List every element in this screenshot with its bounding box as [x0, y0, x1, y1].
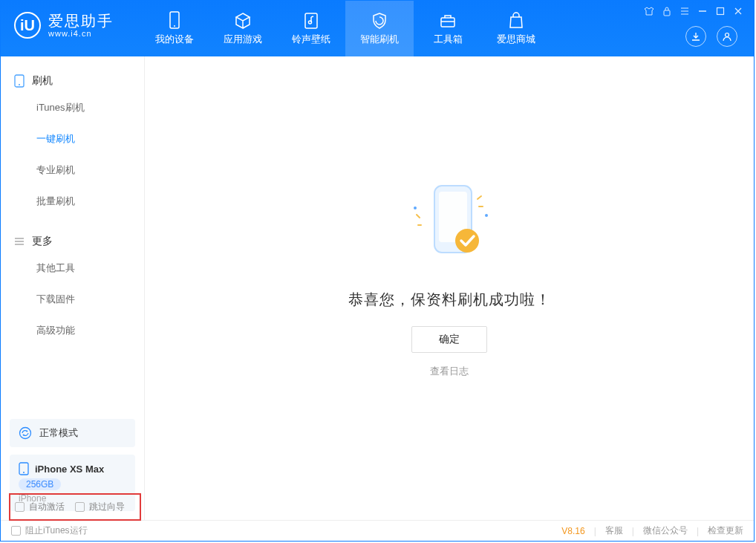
device-icon	[166, 12, 183, 30]
device-storage: 256GB	[19, 478, 61, 490]
sidebar-item-pro-flash[interactable]: 专业刷机	[36, 155, 144, 186]
tab-label: 智能刷机	[360, 33, 399, 46]
svg-point-3	[309, 21, 312, 24]
sidebar-item-itunes-flash[interactable]: iTunes刷机	[36, 92, 144, 123]
sidebar-item-other-tools[interactable]: 其他工具	[36, 253, 144, 284]
customer-service-link[interactable]: 客服	[605, 524, 623, 537]
mode-label: 正常模式	[39, 426, 78, 440]
svg-rect-6	[717, 8, 724, 15]
statusbar: 阻止iTunes运行 V8.16 | 客服 | 微信公众号 | 检查更新	[1, 520, 754, 541]
sidebar-item-download-firmware[interactable]: 下载固件	[36, 284, 144, 315]
body: 刷机 iTunes刷机 一键刷机 专业刷机 批量刷机 更多 其他工具 下载固件	[1, 56, 754, 520]
tab-apps-games[interactable]: 应用游戏	[209, 1, 277, 56]
flash-options-highlight: 自动激活 跳过向导	[9, 493, 141, 520]
lock-icon[interactable]	[659, 4, 675, 19]
sidebar-group-more: 更多 其他工具 下载固件 高级功能	[1, 217, 144, 346]
tab-store[interactable]: 爱思商城	[482, 1, 550, 56]
tab-label: 应用游戏	[224, 33, 262, 46]
sidebar-group-flash: 刷机 iTunes刷机 一键刷机 专业刷机 批量刷机	[1, 56, 144, 217]
svg-point-10	[20, 428, 31, 439]
device-mode[interactable]: 正常模式	[10, 419, 135, 447]
checkbox-label: 自动激活	[29, 501, 65, 513]
svg-point-17	[455, 229, 479, 253]
checkbox-label: 跳过向导	[89, 501, 125, 513]
version-label: V8.16	[561, 526, 584, 536]
checkbox-label: 阻止iTunes运行	[25, 524, 88, 537]
device-name: iPhone XS Max	[35, 464, 104, 475]
cube-icon	[234, 12, 252, 30]
sync-icon	[19, 426, 32, 440]
success-title: 恭喜您，保资料刷机成功啦！	[348, 290, 551, 310]
view-log-link[interactable]: 查看日志	[430, 365, 469, 378]
minimize-button[interactable]	[694, 4, 711, 19]
phone-success-icon	[390, 177, 509, 273]
list-icon	[14, 236, 25, 247]
svg-point-13	[414, 207, 417, 209]
wechat-link[interactable]: 微信公众号	[643, 524, 688, 537]
menu-icon[interactable]	[677, 4, 693, 19]
ok-button[interactable]: 确定	[411, 326, 487, 353]
svg-rect-4	[441, 18, 454, 27]
phone-icon	[14, 74, 25, 88]
logo: iU 爱思助手 www.i4.cn	[1, 1, 127, 39]
svg-point-12	[23, 472, 25, 473]
window-controls	[641, 1, 749, 19]
sidebar-header-flash[interactable]: 刷机	[1, 70, 144, 92]
titlebar: iU 爱思助手 www.i4.cn 我的设备 应用游戏	[1, 1, 754, 56]
tab-toolbox[interactable]: 工具箱	[414, 1, 482, 56]
phone-icon	[19, 462, 29, 475]
app-subtitle: www.i4.cn	[48, 29, 114, 38]
svg-point-16	[485, 214, 488, 217]
checkbox-block-itunes[interactable]: 阻止iTunes运行	[11, 524, 88, 537]
checkbox-icon	[11, 526, 21, 536]
svg-rect-5	[664, 10, 670, 16]
tab-label: 铃声壁纸	[292, 33, 330, 46]
sidebar-header-more[interactable]: 更多	[1, 230, 144, 253]
svg-point-1	[174, 25, 175, 27]
nav-tabs: 我的设备 应用游戏 铃声壁纸 智能刷机	[140, 1, 550, 56]
close-button[interactable]	[730, 4, 746, 19]
checkbox-icon	[15, 502, 25, 512]
shirt-icon[interactable]	[641, 4, 657, 19]
tab-my-device[interactable]: 我的设备	[140, 1, 209, 56]
checkbox-skip-guide[interactable]: 跳过向导	[75, 501, 125, 513]
check-update-link[interactable]: 检查更新	[708, 524, 743, 537]
sidebar: 刷机 iTunes刷机 一键刷机 专业刷机 批量刷机 更多 其他工具 下载固件	[1, 56, 145, 520]
main: 恭喜您，保资料刷机成功啦！ 确定 查看日志	[145, 56, 754, 520]
download-button[interactable]	[685, 26, 706, 47]
shield-icon	[371, 12, 388, 30]
svg-point-9	[19, 84, 20, 85]
tab-smart-flash[interactable]: 智能刷机	[345, 1, 414, 56]
checkbox-icon	[75, 502, 85, 512]
sidebar-header-label: 刷机	[32, 74, 53, 88]
bag-icon	[507, 12, 525, 30]
tab-label: 工具箱	[434, 33, 463, 46]
sidebar-header-label: 更多	[32, 235, 53, 248]
app-window: iU 爱思助手 www.i4.cn 我的设备 应用游戏	[0, 0, 755, 542]
music-icon	[302, 12, 320, 30]
tab-label: 爱思商城	[497, 33, 535, 46]
sidebar-item-oneclick-flash[interactable]: 一键刷机	[36, 123, 144, 155]
sidebar-item-advanced[interactable]: 高级功能	[36, 315, 144, 346]
success-hero: 恭喜您，保资料刷机成功啦！ 确定 查看日志	[348, 177, 551, 378]
toolbox-icon	[439, 12, 457, 30]
user-button[interactable]	[717, 26, 737, 47]
sidebar-item-batch-flash[interactable]: 批量刷机	[36, 186, 144, 217]
app-title: 爱思助手	[48, 13, 114, 29]
checkbox-auto-activate[interactable]: 自动激活	[15, 501, 65, 513]
svg-point-7	[726, 33, 729, 37]
titlebar-right	[641, 1, 754, 56]
tab-ringtones-wallpapers[interactable]: 铃声壁纸	[277, 1, 345, 56]
maximize-button[interactable]	[712, 4, 729, 19]
tab-label: 我的设备	[155, 33, 194, 46]
logo-icon: iU	[14, 12, 41, 39]
